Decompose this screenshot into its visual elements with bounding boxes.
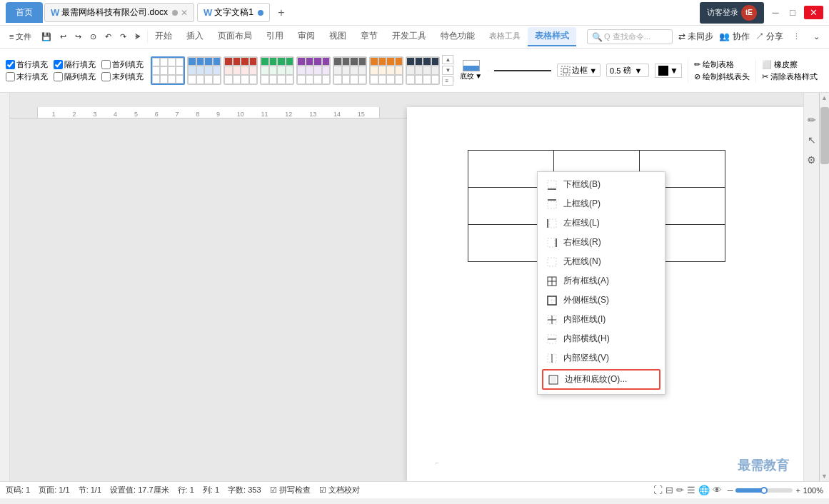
inner-v-border-icon bbox=[546, 353, 558, 364]
view-web-btn[interactable]: 🌐 bbox=[698, 485, 710, 495]
file1-close[interactable]: ✕ bbox=[181, 8, 188, 18]
style-thumb-6[interactable] bbox=[369, 56, 403, 85]
border-icon bbox=[561, 66, 571, 76]
file1-tab[interactable]: W 最需网络科技有限公司.docx ✕ bbox=[44, 3, 194, 22]
alt-col-fill[interactable]: 隔列填充 bbox=[54, 71, 96, 82]
tab-reference[interactable]: 引用 bbox=[259, 27, 291, 46]
minimize-button[interactable]: ─ bbox=[770, 7, 781, 19]
menu-left-border[interactable]: 左框线(L) bbox=[538, 213, 665, 233]
view-edit-btn[interactable]: ✏ bbox=[676, 485, 684, 495]
cursor-icon[interactable]: ↖ bbox=[808, 134, 816, 146]
expand-ribbon[interactable]: ⌄ bbox=[810, 31, 823, 43]
title-right-area: 访客登录 tE ─ □ ✕ bbox=[700, 2, 823, 24]
menu-right-border[interactable]: 右框线(R) bbox=[538, 233, 665, 252]
border-dropdown-button[interactable]: 边框 ▼ bbox=[557, 64, 601, 77]
quick-undo[interactable]: ↩ bbox=[56, 31, 70, 43]
menu-inner-border[interactable]: 内部框线(I) bbox=[538, 310, 665, 329]
style-thumb-3[interactable] bbox=[260, 56, 294, 85]
bg-shading-button[interactable]: 底纹 ▼ bbox=[460, 60, 482, 81]
share-button[interactable]: ↗ 分享 bbox=[755, 31, 783, 43]
status-page-num: 页码: 1 bbox=[6, 485, 30, 495]
style-thumb-2[interactable] bbox=[223, 56, 258, 85]
menu-file[interactable]: ≡ 文件 bbox=[6, 30, 35, 44]
tab-table-tools[interactable]: 表格工具 bbox=[482, 28, 528, 46]
document-area[interactable]: 123456789101112131415 bbox=[10, 93, 803, 481]
alt-row-fill[interactable]: 隔行填充 bbox=[54, 59, 96, 70]
tab-chapter[interactable]: 章节 bbox=[353, 27, 385, 46]
tab-special[interactable]: 特色功能 bbox=[433, 27, 482, 46]
menu-bottom-border[interactable]: 下框线(B) bbox=[538, 175, 665, 194]
style-thumb-7[interactable] bbox=[406, 56, 440, 85]
scroll-down-button[interactable]: ▼ bbox=[820, 471, 829, 481]
settings-icon[interactable]: ⚙ bbox=[807, 154, 816, 166]
status-spell[interactable]: ☑ 拼写检查 bbox=[270, 485, 311, 495]
quick-redo[interactable]: ↪ bbox=[71, 31, 85, 43]
edit-icon[interactable]: ✏ bbox=[808, 114, 816, 126]
first-row-fill[interactable]: 首行填充 bbox=[6, 59, 48, 70]
eraser-button[interactable]: ⬜ 橡皮擦 bbox=[762, 59, 818, 70]
draw-tools-group: ✏ 绘制表格 ⊘ 绘制斜线表头 bbox=[688, 59, 750, 82]
tab-view[interactable]: 视图 bbox=[322, 27, 353, 46]
maximize-button[interactable]: □ bbox=[787, 7, 798, 19]
draw-diagonal-button[interactable]: ⊘ 绘制斜线表头 bbox=[694, 71, 750, 82]
zoom-slider[interactable] bbox=[735, 488, 793, 493]
menu-inner-h-border[interactable]: 内部横线(H) bbox=[538, 329, 665, 348]
scroll-thumb[interactable] bbox=[820, 107, 829, 164]
close-button[interactable]: ✕ bbox=[804, 6, 823, 19]
menu-border-shading[interactable]: 边框和底纹(O)... bbox=[542, 369, 660, 390]
home-tab[interactable]: 首页 bbox=[6, 2, 43, 23]
view-split-btn[interactable]: ⊟ bbox=[665, 485, 673, 495]
menu-top-border[interactable]: 上框线(P) bbox=[538, 194, 665, 213]
quick-save[interactable]: 💾 bbox=[38, 31, 55, 43]
format-btn[interactable]: ᗙ bbox=[131, 31, 144, 43]
more-options[interactable]: ⋮ bbox=[789, 31, 804, 43]
border-line-preview bbox=[488, 70, 551, 71]
first-col-fill[interactable]: 首列填充 bbox=[101, 59, 144, 70]
main-content-area: 123456789101112131415 bbox=[0, 93, 829, 481]
svg-rect-4 bbox=[548, 201, 556, 208]
file2-dot bbox=[258, 10, 263, 16]
border-color-button[interactable]: ▼ bbox=[655, 64, 682, 78]
redo-btn[interactable]: ↷ bbox=[116, 31, 130, 43]
status-doc-check[interactable]: ☑ 文档校对 bbox=[319, 485, 360, 495]
svg-rect-0 bbox=[561, 66, 570, 75]
zoom-thumb[interactable] bbox=[760, 487, 768, 494]
menu-all-borders[interactable]: 所有框线(A) bbox=[538, 271, 665, 291]
add-tab-button[interactable]: + bbox=[273, 4, 290, 21]
tab-page-layout[interactable]: 页面布局 bbox=[211, 27, 259, 46]
draw-table-button[interactable]: ✏ 绘制表格 bbox=[694, 59, 750, 70]
clear-style-button[interactable]: ✂ 清除表格样式 bbox=[762, 71, 818, 82]
tab-table-style[interactable]: 表格样式 bbox=[528, 27, 576, 46]
view-fit-btn[interactable]: ⛶ bbox=[653, 485, 663, 495]
status-bar: 页码: 1 页面: 1/1 节: 1/1 设置值: 17.7厘米 行: 1 列:… bbox=[0, 481, 829, 498]
zoom-in-button[interactable]: + bbox=[795, 486, 800, 495]
style-scroll-buttons[interactable]: ▲ ▼ ≡ bbox=[442, 55, 453, 86]
menu-outer-border[interactable]: 外侧框线(S) bbox=[538, 291, 665, 310]
quick-print[interactable]: ⊙ bbox=[86, 31, 100, 43]
tab-developer[interactable]: 开发工具 bbox=[385, 27, 433, 46]
zoom-out-button[interactable]: ─ bbox=[728, 486, 733, 495]
style-thumb-4[interactable] bbox=[296, 56, 331, 85]
scroll-up-button[interactable]: ▲ bbox=[820, 93, 829, 103]
visitor-login-button[interactable]: 访客登录 tE bbox=[700, 2, 764, 24]
style-thumb-5[interactable] bbox=[333, 56, 367, 85]
vertical-scrollbar[interactable]: ▲ ▼ bbox=[819, 93, 829, 481]
style-thumb-1[interactable] bbox=[187, 56, 221, 85]
menu-no-border[interactable]: 无框线(N) bbox=[538, 252, 665, 271]
sync-button[interactable]: ⇄ 未同步 bbox=[678, 31, 713, 43]
border-size-control[interactable]: 0.5 磅 ▼ bbox=[606, 64, 649, 77]
page-footer-marks: ⌐ ¬ bbox=[436, 460, 775, 467]
style-thumb-0[interactable] bbox=[151, 56, 185, 85]
collaborate-button[interactable]: 👥 协作 bbox=[719, 31, 749, 43]
tab-start[interactable]: 开始 bbox=[148, 27, 179, 46]
last-col-fill[interactable]: 末列填充 bbox=[101, 71, 144, 82]
file2-tab[interactable]: W 文字文稿1 bbox=[197, 3, 270, 22]
tab-insert[interactable]: 插入 bbox=[179, 27, 211, 46]
undo-btn[interactable]: ↶ bbox=[101, 31, 115, 43]
command-search[interactable]: 🔍 Q 查找命令... bbox=[587, 29, 673, 44]
view-read-btn[interactable]: ☰ bbox=[687, 485, 695, 495]
view-eye-btn[interactable]: 👁 bbox=[713, 485, 722, 495]
last-row-fill[interactable]: 末行填充 bbox=[6, 71, 48, 82]
tab-review[interactable]: 审阅 bbox=[291, 27, 322, 46]
menu-inner-v-border[interactable]: 内部竖线(V) bbox=[538, 348, 665, 368]
